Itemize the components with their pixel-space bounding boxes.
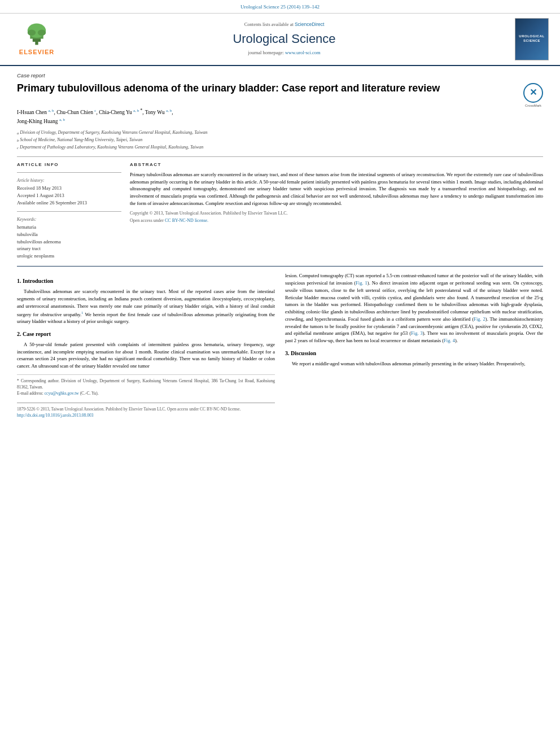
- license-link[interactable]: CC BY-NC-ND license.: [165, 218, 208, 223]
- corresponding-label: * Corresponding author. Division of Urol…: [17, 378, 275, 391]
- journal-cover: UROLOGICAL SCIENCE: [506, 18, 549, 60]
- keywords-divider: [17, 211, 121, 212]
- svg-point-5: [38, 29, 46, 36]
- doi-link[interactable]: http://dx.doi.org/10.1016/j.urols.2013.0…: [17, 413, 94, 418]
- body-divider: [17, 266, 543, 267]
- email-line: E-mail address: ccyu@vghks.gov.tw (C.-C.…: [17, 390, 275, 396]
- open-access-line: Open access under CC BY-NC-ND license.: [130, 217, 543, 224]
- accepted-date: Accepted 1 August 2013: [17, 193, 121, 199]
- email-address[interactable]: ccyu@vghks.gov.tw: [45, 391, 79, 396]
- section3-title: 3. Discussion: [285, 349, 543, 357]
- crossmark-icon: ✕: [523, 83, 543, 103]
- svg-point-4: [28, 29, 36, 36]
- copyright-line: Copyright © 2013, Taiwan Urological Asso…: [130, 210, 543, 216]
- footer-bar: 1879-5226 © 2013, Taiwan Urological Asso…: [17, 403, 275, 419]
- journal-homepage: journal homepage: www.urol-sci.com: [62, 50, 506, 56]
- info-divider: [17, 172, 121, 173]
- keyword-5: urologic neoplasms: [17, 253, 121, 260]
- body-right-column: lesion. Computed tomography (CT) scan re…: [285, 272, 543, 418]
- journal-title: Urological Science: [62, 30, 506, 48]
- keyword-3: tubulovillous adenoma: [17, 239, 121, 246]
- header-divider: [17, 156, 543, 157]
- affil-b-text: School of Medicine, National Yang-Ming U…: [20, 137, 142, 143]
- crossmark-badge[interactable]: ✕ CrossMark: [523, 83, 543, 103]
- footer-doi: http://dx.doi.org/10.1016/j.urols.2013.0…: [17, 412, 275, 418]
- article-title: Primary tubulovillous adenoma of the uri…: [17, 82, 518, 95]
- fig1-link[interactable]: Fig. 1: [356, 280, 368, 286]
- article-info-panel: ARTICLE INFO Article history: Received 1…: [17, 161, 121, 261]
- journal-cover-image: UROLOGICAL SCIENCE: [515, 18, 549, 60]
- email-suffix: (C.-C. Yu).: [79, 391, 99, 396]
- affil-b: b School of Medicine, National Yang-Ming…: [17, 137, 543, 143]
- sciencedirect-line: Contents lists available at ScienceDirec…: [62, 21, 506, 28]
- ref-1: 1: [81, 311, 84, 315]
- corresponding-text: Division of Urology, Department of Surge…: [17, 378, 275, 390]
- article-type-label: Case report: [17, 72, 543, 79]
- body-columns: 1. Introduction Tubulovillous adenomas a…: [17, 272, 543, 418]
- fig4-link[interactable]: Fig. 4: [444, 338, 455, 343]
- citation-bar: Urological Science 25 (2014) 139–142: [0, 0, 560, 14]
- fig3-link[interactable]: Fig. 3: [411, 330, 423, 336]
- body-left-column: 1. Introduction Tubulovillous adenomas a…: [17, 272, 275, 418]
- section1-para1: Tubulovillous adenomas are scarcely enco…: [17, 288, 275, 325]
- sciencedirect-link[interactable]: ScienceDirect: [295, 21, 324, 27]
- history-label: Article history:: [17, 177, 121, 184]
- keyword-1: hematuria: [17, 224, 121, 231]
- right-col-para1: lesion. Computed tomography (CT) scan re…: [285, 272, 543, 344]
- affil-a: a Division of Urology, Department of Sur…: [17, 129, 543, 136]
- footer-issn: 1879-5226 © 2013, Taiwan Urological Asso…: [17, 406, 275, 412]
- authors-line: I-Hsuan Chen a, b, Chu-Chun Chien c, Chi…: [17, 107, 543, 126]
- section1-title: 1. Introduction: [17, 277, 275, 285]
- elsevier-logo: ELSEVIER: [11, 21, 62, 56]
- elsevier-wordmark: ELSEVIER: [19, 48, 54, 56]
- section2-title: 2. Case report: [17, 330, 275, 338]
- fig2-link[interactable]: Fig. 2: [474, 316, 485, 322]
- keyword-2: tubulovilla: [17, 231, 121, 238]
- affil-a-text: Division of Urology, Department of Surge…: [20, 129, 207, 136]
- abstract-panel: ABSTRACT Primary tubulovillous adenomas …: [130, 161, 543, 261]
- main-content: Case report Primary tubulovillous adenom…: [0, 66, 560, 425]
- cover-line2: SCIENCE: [519, 39, 544, 43]
- sciencedirect-prefix: Contents lists available at: [244, 21, 295, 27]
- available-date: Available online 26 September 2013: [17, 200, 121, 207]
- homepage-url[interactable]: www.urol-sci.com: [285, 50, 321, 55]
- citation-text: Urological Science 25 (2014) 139–142: [240, 4, 320, 10]
- footnote-section: * Corresponding author. Division of Urol…: [17, 374, 275, 397]
- affiliations: a Division of Urology, Department of Sur…: [17, 129, 543, 151]
- affil-c: c Department of Pathology and Laboratory…: [17, 144, 543, 151]
- email-label: E-mail address:: [17, 391, 45, 396]
- info-abstract-section: ARTICLE INFO Article history: Received 1…: [17, 161, 543, 261]
- page-container: Urological Science 25 (2014) 139–142 ELS…: [0, 0, 560, 747]
- abstract-title: ABSTRACT: [130, 161, 543, 168]
- section2-para1: A 50-year-old female patient presented w…: [17, 341, 275, 370]
- received-date: Received 18 May 2013: [17, 185, 121, 192]
- section3-para1: We report a middle-aged woman with tubul…: [285, 360, 543, 368]
- journal-header: ELSEVIER Contents lists available at Sci…: [0, 14, 560, 66]
- crossmark-label: CrossMark: [523, 103, 543, 108]
- elsevier-tree-icon: [20, 21, 54, 47]
- cover-line1: UROLOGICAL: [519, 34, 544, 39]
- abstract-text: Primary tubulovillous adenomas are scarc…: [130, 171, 543, 207]
- keywords-label: Keywords:: [17, 216, 121, 222]
- article-info-title: ARTICLE INFO: [17, 161, 121, 168]
- homepage-prefix: journal homepage:: [248, 50, 285, 55]
- keyword-4: urinary tract: [17, 246, 121, 252]
- affil-c-text: Department of Pathology and Laboratory, …: [20, 144, 203, 151]
- journal-center: Contents lists available at ScienceDirec…: [62, 21, 506, 57]
